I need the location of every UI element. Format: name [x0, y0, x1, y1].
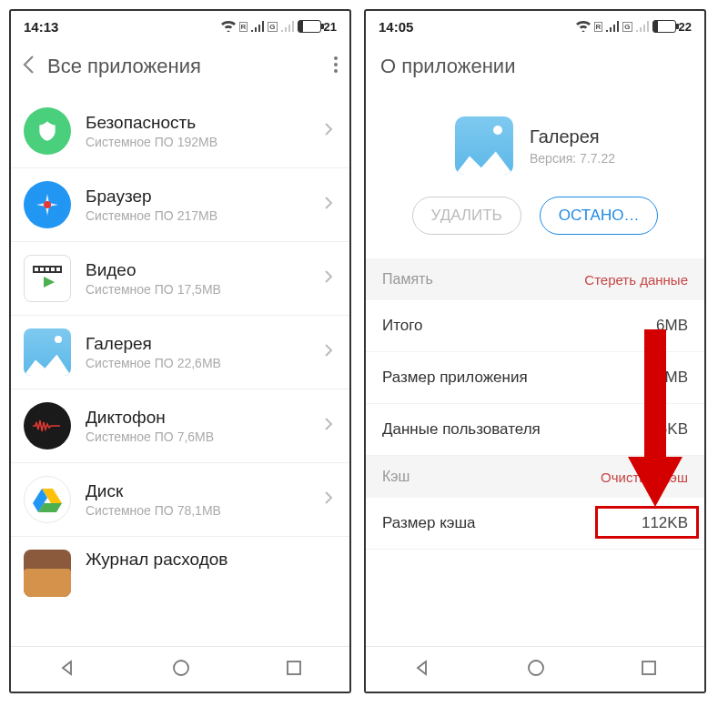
app-row-video[interactable]: Видео Системное ПО 17,5MB — [11, 242, 349, 316]
svg-point-12 — [174, 661, 188, 675]
drive-icon — [24, 476, 71, 523]
kv-key: Данные пользователя — [382, 420, 541, 439]
chevron-left-icon — [22, 55, 35, 75]
svg-point-2 — [334, 69, 338, 73]
kv-key: Итого — [382, 317, 423, 335]
status-icons: R G 22 — [576, 20, 692, 34]
battery-indicator: 21 — [298, 20, 337, 34]
app-row-expenses[interactable]: Журнал расходов — [11, 537, 349, 597]
app-detail-header: Галерея Версия: 7.7.22 — [366, 91, 704, 197]
section-label: Кэш — [382, 469, 410, 485]
nav-home-button[interactable] — [527, 659, 545, 681]
status-bar: 14:05 R G 22 — [366, 11, 704, 42]
app-row-recorder[interactable]: Диктофон Системное ПО 7,6MB — [11, 389, 349, 463]
svg-rect-7 — [40, 268, 44, 271]
header: Все приложения — [11, 42, 349, 91]
annotation-arrow — [628, 329, 682, 515]
header: О приложении — [366, 42, 704, 91]
app-row-drive[interactable]: Диск Системное ПО 78,1MB — [11, 463, 349, 537]
app-sub: Системное ПО 78,1MB — [86, 503, 309, 518]
gallery-app-icon — [455, 116, 513, 175]
back-button[interactable] — [22, 55, 35, 78]
net-g-badge: G — [268, 22, 277, 32]
overflow-menu-button[interactable] — [333, 56, 339, 77]
svg-rect-13 — [288, 662, 300, 674]
triangle-back-icon — [58, 659, 76, 677]
signal-icon-dim — [636, 21, 649, 32]
app-name: Журнал расходов — [86, 550, 333, 570]
net-r-badge: R — [594, 22, 603, 32]
status-icons: R G 21 — [221, 20, 337, 34]
kv-key: Размер кэша — [382, 514, 476, 532]
svg-rect-9 — [51, 268, 55, 271]
gallery-icon — [24, 328, 71, 376]
force-stop-button[interactable]: ОСТАНО… — [540, 197, 659, 235]
chevron-right-icon — [324, 417, 333, 435]
annotation-highlight-box — [595, 506, 699, 539]
nav-back-button[interactable] — [413, 659, 431, 681]
app-sub: Системное ПО 217MB — [86, 208, 309, 223]
svg-point-1 — [334, 63, 338, 66]
app-name: Браузер — [86, 187, 309, 207]
app-row-browser[interactable]: Браузер Системное ПО 217MB — [11, 168, 349, 242]
app-row-security[interactable]: Безопасность Системное ПО 192MB — [11, 91, 349, 168]
signal-icon — [606, 21, 619, 32]
security-icon — [24, 107, 71, 155]
uninstall-button[interactable]: УДАЛИТЬ — [412, 197, 521, 235]
page-title: Все приложения — [47, 55, 320, 78]
wallet-icon — [24, 550, 71, 597]
app-name: Галерея — [530, 126, 615, 147]
nav-recent-button[interactable] — [286, 660, 302, 680]
app-name: Видео — [86, 260, 309, 280]
svg-point-0 — [334, 56, 338, 60]
nav-bar — [11, 646, 349, 692]
kv-key: Размер приложения — [382, 369, 528, 387]
net-r-badge: R — [239, 22, 248, 32]
app-sub: Системное ПО 22,6MB — [86, 356, 309, 370]
chevron-right-icon — [324, 490, 333, 509]
nav-bar — [366, 646, 704, 692]
svg-rect-16 — [642, 662, 655, 674]
video-icon — [24, 255, 71, 302]
chevron-right-icon — [324, 122, 333, 140]
memory-section-header: Память Стереть данные — [366, 258, 704, 300]
app-row-gallery[interactable]: Галерея Системное ПО 22,6MB — [11, 316, 349, 389]
svg-rect-10 — [56, 268, 60, 271]
svg-rect-14 — [644, 329, 666, 457]
section-label: Память — [382, 271, 433, 288]
battery-percent: 22 — [679, 20, 692, 34]
square-recent-icon — [286, 660, 302, 676]
phone-right: 14:05 R G 22 О приложении Галерея Версия… — [364, 9, 706, 693]
net-g-badge: G — [622, 22, 632, 32]
svg-rect-8 — [46, 268, 49, 271]
app-sub: Системное ПО 192MB — [86, 135, 309, 149]
status-time: 14:05 — [379, 19, 413, 35]
svg-point-4 — [44, 201, 51, 208]
recorder-icon — [24, 402, 71, 449]
circle-home-icon — [527, 659, 545, 677]
page-title: О приложении — [380, 55, 693, 78]
status-time: 14:13 — [24, 19, 58, 35]
svg-point-15 — [529, 661, 543, 675]
action-row: УДАЛИТЬ ОСТАНО… — [366, 197, 704, 258]
app-name: Безопасность — [86, 113, 309, 133]
chevron-right-icon — [324, 196, 333, 214]
battery-percent: 21 — [324, 20, 337, 34]
chevron-right-icon — [324, 269, 333, 288]
nav-recent-button[interactable] — [641, 660, 657, 680]
svg-rect-6 — [35, 268, 38, 271]
status-bar: 14:13 R G 21 — [11, 11, 349, 42]
nav-back-button[interactable] — [58, 659, 76, 681]
browser-icon — [24, 181, 71, 228]
signal-icon — [251, 21, 264, 32]
phone-left: 14:13 R G 21 Все приложения Без — [9, 9, 351, 693]
chevron-right-icon — [324, 343, 333, 361]
battery-indicator: 22 — [652, 20, 692, 34]
app-name: Галерея — [86, 334, 309, 354]
clear-data-link[interactable]: Стереть данные — [584, 272, 688, 288]
app-list[interactable]: Безопасность Системное ПО 192MB Браузер … — [11, 91, 349, 646]
app-name: Диктофон — [86, 408, 309, 428]
nav-home-button[interactable] — [172, 659, 190, 681]
app-sub: Системное ПО 17,5MB — [86, 282, 309, 297]
wifi-icon — [221, 21, 236, 32]
